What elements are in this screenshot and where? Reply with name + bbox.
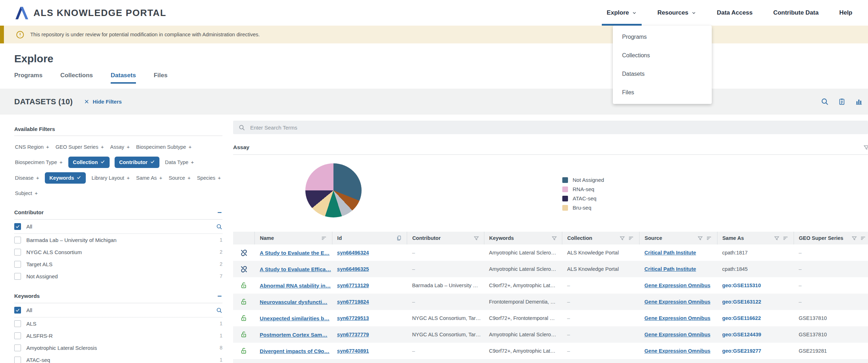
same-as-value[interactable]: geo:GSE115310: [722, 283, 761, 288]
legend-item-rna-seq[interactable]: RNA-seq: [562, 186, 604, 192]
facet-option-amyotrophic-lateral-sclerosis[interactable]: Amyotrophic Lateral Sclerosis8: [14, 342, 222, 354]
facet-option-barmada-lab-university-of-michigan[interactable]: Barmada Lab – University of Michigan1: [14, 234, 222, 246]
checkbox-unchecked[interactable]: [14, 273, 21, 280]
filter-chip-cns-region[interactable]: CNS Region+: [14, 142, 50, 152]
assay-pie-chart[interactable]: [305, 163, 362, 217]
checkbox-unchecked[interactable]: [14, 261, 21, 268]
tab-files[interactable]: Files: [154, 72, 168, 84]
menu-item-programs[interactable]: Programs: [613, 28, 712, 46]
legend-item-bru-seq[interactable]: Bru-seq: [562, 205, 604, 211]
facet-option-nygc-als-consortium[interactable]: NYGC ALS Consortium2: [14, 246, 222, 258]
tab-programs[interactable]: Programs: [14, 72, 42, 84]
filter-chip-keywords[interactable]: Keywords: [45, 172, 86, 184]
nav-item-contribute-data[interactable]: Contribute Data: [773, 0, 819, 26]
search-icon[interactable]: [216, 223, 222, 230]
dataset-name-link[interactable]: Unexpected similarities b…: [260, 315, 330, 321]
hide-filters-button[interactable]: Hide Filters: [84, 99, 122, 105]
checkbox-unchecked[interactable]: [14, 249, 21, 256]
brand[interactable]: ALS KNOWLEDGE PORTAL: [14, 5, 166, 21]
menu-item-files[interactable]: Files: [613, 83, 712, 102]
same-as-value[interactable]: geo:GSE163122: [722, 299, 761, 305]
search-icon[interactable]: [821, 98, 829, 106]
dataset-id-link[interactable]: syn67713129: [337, 283, 369, 288]
checkbox-unchecked[interactable]: [14, 332, 21, 339]
column-header-same-as[interactable]: Same As: [717, 232, 794, 244]
filter-chip-geo-super-series[interactable]: GEO Super Series+: [55, 142, 105, 152]
filter-chip-contributor[interactable]: Contributor: [115, 157, 159, 168]
search-input[interactable]: [249, 124, 863, 131]
checkbox-unchecked[interactable]: [14, 237, 21, 243]
dataset-id-link[interactable]: syn67719824: [337, 299, 369, 305]
source-link[interactable]: Gene Expression Omnibus: [645, 315, 710, 321]
copy-icon[interactable]: [396, 235, 402, 241]
facet-option-target-als[interactable]: Target ALS2: [14, 258, 222, 270]
source-link[interactable]: Critical Path Institute: [645, 266, 696, 272]
dataset-name-link[interactable]: Abnormal RNA stability in…: [260, 283, 331, 289]
column-header-id[interactable]: Id: [332, 232, 407, 244]
same-as-value[interactable]: geo:GSE219277: [722, 348, 761, 354]
facet-option-alsfrs-r[interactable]: ALSFRS-R1: [14, 330, 222, 342]
dataset-name-link[interactable]: Divergent impacts of C9o…: [260, 348, 330, 354]
filter-chip-library-layout[interactable]: Library Layout+: [91, 173, 130, 183]
checkbox-checked[interactable]: [14, 307, 21, 314]
filter-chip-data-type[interactable]: Data Type+: [164, 157, 195, 168]
bar-chart-icon[interactable]: [855, 98, 863, 105]
checkbox-checked[interactable]: [14, 223, 21, 230]
column-header-name[interactable]: Name: [255, 232, 332, 244]
search-icon[interactable]: [216, 307, 222, 314]
facet-option-not-assigned[interactable]: Not Assigned7: [14, 270, 222, 282]
nav-item-resources[interactable]: Resources: [657, 0, 696, 26]
dataset-id-link[interactable]: syn66496325: [337, 266, 369, 272]
facet-option-all[interactable]: All: [14, 220, 222, 234]
source-link[interactable]: Gene Expression Omnibus: [645, 283, 710, 288]
legend-item-not-assigned[interactable]: Not Assigned: [562, 177, 604, 183]
nav-item-data-access[interactable]: Data Access: [717, 0, 753, 26]
menu-item-datasets[interactable]: Datasets: [613, 65, 712, 83]
column-header-geo-super-series[interactable]: GEO Super Series: [794, 232, 868, 244]
source-link[interactable]: Gene Expression Omnibus: [645, 332, 710, 337]
tab-datasets[interactable]: Datasets: [111, 72, 136, 84]
column-header-contributor[interactable]: Contributor: [407, 232, 484, 244]
dataset-id-link[interactable]: syn67729513: [337, 315, 369, 321]
dataset-name-link[interactable]: A Study to Evaluate the E…: [260, 250, 330, 256]
dataset-id-link[interactable]: syn67737779: [337, 332, 369, 337]
source-link[interactable]: Gene Expression Omnibus: [645, 348, 710, 354]
filter-chip-same-as[interactable]: Same As+: [136, 173, 163, 183]
same-as-value[interactable]: geo:GSE124439: [722, 332, 761, 337]
same-as-value[interactable]: geo:GSE116622: [722, 315, 761, 321]
column-header-source[interactable]: Source: [640, 232, 717, 244]
dataset-name-link[interactable]: A Study to Evaluate Effica…: [260, 266, 331, 272]
nav-item-help[interactable]: Help: [839, 0, 852, 26]
filter-chip-assay[interactable]: Assay+: [110, 142, 131, 152]
filter-funnel-icon[interactable]: [620, 236, 625, 241]
facet-option-atac-seq[interactable]: ATAC-seq1: [14, 354, 222, 363]
nav-item-explore[interactable]: Explore: [607, 0, 637, 26]
tab-collections[interactable]: Collections: [60, 72, 93, 84]
menu-item-collections[interactable]: Collections: [613, 46, 712, 65]
column-header-keywords[interactable]: Keywords: [484, 232, 562, 244]
filter-chip-subject[interactable]: Subject+: [14, 188, 38, 199]
source-link[interactable]: Gene Expression Omnibus: [645, 299, 710, 305]
source-link[interactable]: Critical Path Institute: [645, 250, 696, 256]
legend-item-atac-seq[interactable]: ATAC-seq: [562, 195, 604, 201]
filter-funnel-icon[interactable]: [474, 236, 479, 241]
checkbox-unchecked[interactable]: [14, 344, 21, 351]
collapse-icon[interactable]: −: [217, 292, 222, 300]
filter-funnel-icon[interactable]: [852, 236, 857, 241]
dataset-id-link[interactable]: syn67740891: [337, 348, 369, 354]
sort-icon[interactable]: [783, 235, 789, 241]
clipboard-icon[interactable]: [838, 98, 846, 106]
collapse-icon[interactable]: −: [217, 209, 222, 216]
dataset-name-link[interactable]: Neurovascular dysfuncti…: [260, 299, 327, 305]
filter-funnel-icon[interactable]: [552, 236, 557, 241]
filter-chip-collection[interactable]: Collection: [68, 157, 110, 168]
filter-chip-biospecimen-subtype[interactable]: Biospecimen Subtype+: [136, 142, 193, 152]
sort-icon[interactable]: [706, 235, 712, 241]
facet-option-als[interactable]: ALS1: [14, 317, 222, 330]
filter-funnel-icon[interactable]: [774, 236, 779, 241]
column-header-collection[interactable]: Collection: [562, 232, 640, 244]
facet-option-all[interactable]: All: [14, 303, 222, 317]
dataset-id-link[interactable]: syn66496324: [337, 250, 369, 256]
sort-icon[interactable]: [860, 235, 866, 241]
checkbox-unchecked[interactable]: [14, 357, 21, 363]
